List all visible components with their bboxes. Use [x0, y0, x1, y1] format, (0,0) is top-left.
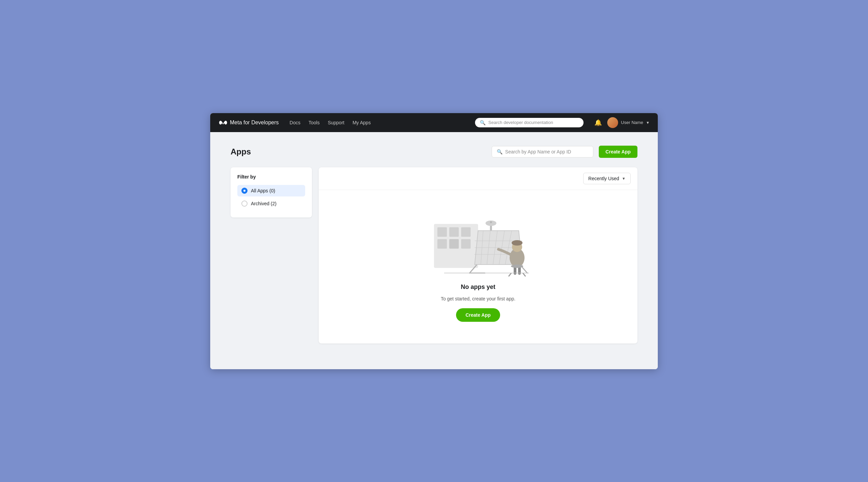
- page-header-right: 🔍 Create App: [492, 146, 637, 158]
- user-name: User Name: [621, 120, 643, 125]
- chevron-down-sort-icon: ▼: [622, 176, 626, 181]
- create-app-button-center[interactable]: Create App: [456, 308, 500, 322]
- svg-rect-3: [437, 239, 447, 249]
- user-avatar: [607, 117, 618, 128]
- app-search-input[interactable]: [505, 149, 588, 154]
- user-menu[interactable]: User Name ▼: [607, 117, 650, 128]
- create-app-button-top[interactable]: Create App: [599, 146, 637, 158]
- svg-point-9: [490, 221, 492, 223]
- meta-logo: Meta for Developers: [218, 120, 279, 126]
- topnav: Meta for Developers Docs Tools Support M…: [210, 113, 658, 132]
- sort-label: Recently Used: [588, 176, 619, 181]
- svg-rect-6: [461, 239, 471, 249]
- app-search-bar: 🔍: [492, 146, 593, 158]
- filter-box: Filter by All Apps (0) Archived (2): [231, 167, 312, 217]
- empty-title: No apps yet: [461, 284, 495, 291]
- topnav-search-input[interactable]: [488, 120, 579, 125]
- nav-support[interactable]: Support: [328, 120, 344, 125]
- svg-point-27: [511, 265, 523, 268]
- logo-text: Meta for Developers: [230, 120, 279, 126]
- chevron-down-icon: ▼: [646, 121, 650, 125]
- filter-sidebar: Filter by All Apps (0) Archived (2): [231, 167, 312, 343]
- svg-rect-4: [449, 239, 459, 249]
- bell-icon[interactable]: 🔔: [594, 119, 602, 126]
- page-header: Apps 🔍 Create App: [231, 146, 637, 158]
- apps-panel-header: Recently Used ▼: [319, 167, 637, 190]
- browser-window: Meta for Developers Docs Tools Support M…: [210, 113, 658, 369]
- svg-line-28: [509, 273, 511, 276]
- nav-docs[interactable]: Docs: [290, 120, 300, 125]
- filter-all-apps-label: All Apps (0): [251, 188, 275, 193]
- svg-rect-1: [437, 227, 447, 237]
- empty-subtitle: To get started, create your first app.: [441, 296, 515, 301]
- meta-logo-svg: [218, 120, 228, 126]
- filter-archived[interactable]: Archived (2): [237, 198, 305, 209]
- filter-archived-label: Archived (2): [251, 201, 276, 206]
- search-icon-app: 🔍: [497, 149, 502, 154]
- nav-tools[interactable]: Tools: [309, 120, 320, 125]
- nav-myapps[interactable]: My Apps: [353, 120, 371, 125]
- radio-archived: [241, 201, 248, 207]
- topnav-right: 🔔 User Name ▼: [594, 117, 650, 128]
- search-icon-nav: 🔍: [480, 120, 486, 125]
- main-content: Apps 🔍 Create App Filter by All Apps (: [210, 132, 658, 369]
- sort-dropdown[interactable]: Recently Used ▼: [583, 173, 631, 184]
- radio-all-apps: [241, 188, 248, 194]
- empty-illustration: [424, 210, 532, 278]
- page-title: Apps: [231, 147, 251, 156]
- topnav-links: Docs Tools Support My Apps: [290, 120, 464, 125]
- svg-rect-2: [449, 227, 459, 237]
- empty-state: No apps yet To get started, create your …: [319, 190, 637, 342]
- filter-all-apps[interactable]: All Apps (0): [237, 185, 305, 196]
- content-layout: Filter by All Apps (0) Archived (2): [231, 167, 637, 343]
- apps-panel: Recently Used ▼: [319, 167, 637, 343]
- topnav-search-box: 🔍: [475, 118, 584, 127]
- svg-line-29: [523, 273, 526, 276]
- svg-point-24: [512, 240, 522, 246]
- svg-rect-5: [461, 227, 471, 237]
- filter-title: Filter by: [237, 174, 305, 180]
